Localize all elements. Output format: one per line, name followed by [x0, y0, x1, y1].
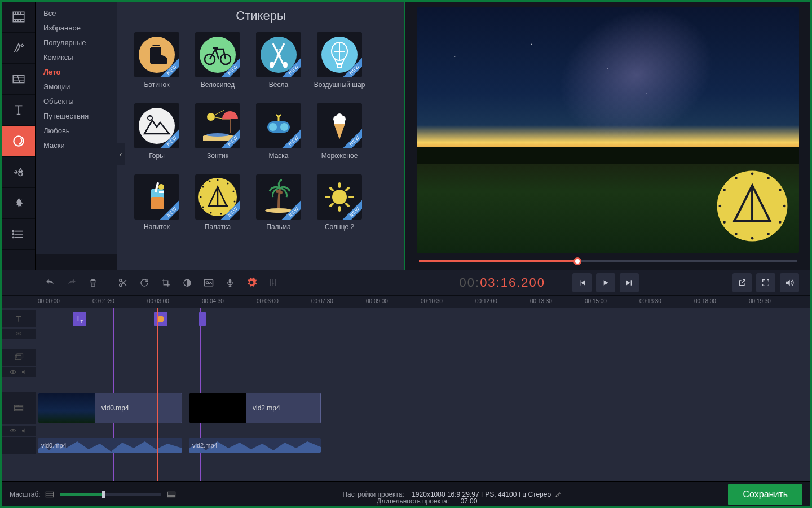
clip-properties-button[interactable] — [198, 273, 219, 293]
save-button[interactable]: Сохранить — [728, 484, 802, 505]
equalizer-button[interactable] — [263, 273, 283, 293]
visibility-icon[interactable] — [10, 427, 16, 434]
svg-point-68 — [723, 189, 726, 191]
audio-clip-0[interactable]: vid0.mp4 — [38, 438, 182, 453]
playhead[interactable] — [157, 308, 158, 481]
undo-button[interactable] — [40, 273, 60, 293]
rotate-button[interactable] — [134, 273, 155, 293]
svg-point-3 — [19, 172, 23, 176]
stickers-tool[interactable] — [2, 126, 35, 157]
category-item[interactable]: Объекты — [36, 94, 117, 109]
timeline[interactable]: TT vid0.mp4 vid2.mp4 vid0.mp4 vid2.mp4 — [2, 308, 810, 481]
svg-point-77 — [16, 332, 21, 335]
svg-point-50 — [209, 181, 211, 182]
category-item[interactable]: Комиксы — [36, 50, 117, 65]
zoom-label: Масштаб: — [10, 491, 41, 498]
svg-point-41 — [227, 183, 229, 185]
sticker-item[interactable]: NEWМороженое — [311, 103, 368, 160]
sticker-item[interactable]: NEWБотинок — [129, 32, 185, 89]
panel-title: Стикеры — [117, 2, 404, 27]
sticker-item[interactable]: NEWНапиток — [129, 174, 185, 231]
sticker-item[interactable]: NEWПальма — [250, 174, 307, 231]
svg-text:17: 17 — [276, 54, 281, 59]
more-tool[interactable] — [2, 219, 35, 250]
svg-point-82 — [12, 371, 14, 373]
category-item[interactable]: Популярные — [36, 36, 117, 50]
svg-point-46 — [210, 212, 212, 214]
category-search[interactable]: ✕ — [36, 254, 117, 270]
timeline-ruler[interactable]: 00:00:0000:01:3000:03:0000:04:3000:06:00… — [2, 296, 810, 308]
category-item[interactable]: Эмоции — [36, 80, 117, 94]
sticker-item[interactable]: NEWСолнце 2 — [311, 174, 368, 231]
sticker-item[interactable]: NEWВелосипед — [189, 32, 246, 89]
prev-frame-button[interactable] — [572, 273, 592, 292]
sticker-item[interactable]: NEWВоздушный шар — [311, 32, 368, 89]
sticker-item[interactable]: NEWЗонтик — [189, 103, 246, 160]
svg-point-81 — [11, 371, 16, 374]
title-clip[interactable]: TT — [73, 312, 86, 326]
video-clip-2[interactable]: vid2.mp4 — [189, 393, 321, 423]
svg-point-32 — [336, 113, 343, 120]
svg-point-6 — [12, 237, 14, 238]
next-frame-button[interactable] — [620, 273, 639, 292]
titles-tool[interactable] — [2, 95, 35, 126]
category-item[interactable]: Все — [36, 6, 117, 21]
title-clip[interactable] — [199, 312, 206, 326]
search-input[interactable] — [40, 258, 125, 266]
edit-icon[interactable] — [555, 491, 562, 498]
crop-button[interactable] — [156, 273, 176, 293]
animation-tool[interactable] — [2, 188, 35, 219]
svg-point-53 — [279, 191, 283, 194]
delete-button[interactable] — [83, 273, 103, 293]
svg-point-45 — [220, 213, 222, 215]
popout-button[interactable] — [732, 273, 752, 292]
callouts-tool[interactable] — [2, 157, 35, 188]
mute-icon[interactable] — [21, 427, 28, 434]
zoom-in-icon[interactable] — [167, 491, 176, 498]
svg-point-67 — [718, 205, 721, 208]
sticker-item[interactable]: NEWГоры — [129, 103, 185, 160]
category-item[interactable]: Любовь — [36, 124, 117, 138]
record-audio-button[interactable] — [220, 273, 240, 293]
preview-canvas[interactable] — [417, 7, 799, 253]
svg-point-43 — [234, 201, 236, 203]
transitions-tool[interactable] — [2, 64, 35, 95]
redo-button[interactable] — [61, 273, 82, 293]
split-button[interactable] — [113, 273, 133, 293]
project-duration-label: Длительность проекта: — [377, 497, 449, 505]
title-track-header[interactable] — [2, 310, 36, 327]
zoom-out-icon[interactable] — [45, 491, 54, 498]
category-item[interactable]: Маски — [36, 138, 117, 153]
svg-rect-83 — [15, 405, 23, 411]
category-item[interactable]: Избранное — [36, 21, 117, 36]
preview-panel — [404, 2, 810, 270]
volume-button[interactable] — [780, 273, 799, 292]
sticker-item[interactable]: 2017NEWВёсла — [250, 32, 307, 89]
sticker-clip[interactable] — [154, 312, 167, 326]
visibility-icon[interactable] — [10, 369, 16, 375]
video-clip-0[interactable]: vid0.mp4 — [38, 393, 182, 423]
sticker-item[interactable]: NEWПалатка — [189, 174, 246, 231]
category-item[interactable]: Путешествия — [36, 109, 117, 124]
audio-clip-2[interactable]: vid2.mp4 — [189, 438, 321, 453]
left-toolbar — [2, 2, 36, 270]
category-column: ВсеИзбранноеПопулярныеКомиксыЛетоЭмоцииО… — [36, 2, 117, 270]
fullscreen-button[interactable] — [756, 273, 775, 292]
filters-tool[interactable] — [2, 33, 35, 64]
settings-button[interactable] — [241, 273, 262, 293]
collapse-panel-button[interactable]: ‹ — [117, 143, 125, 165]
svg-text:20: 20 — [276, 48, 281, 54]
color-adjust-button[interactable] — [177, 273, 197, 293]
overlay-track-header[interactable] — [2, 349, 36, 366]
sticker-item[interactable]: NEWМаска — [250, 103, 307, 160]
video-track-header[interactable] — [2, 392, 36, 424]
svg-point-60 — [779, 189, 782, 191]
visibility-icon[interactable] — [15, 330, 22, 337]
preview-scrubber[interactable] — [417, 253, 799, 270]
play-button[interactable] — [596, 273, 615, 292]
mute-icon[interactable] — [21, 369, 28, 375]
category-item[interactable]: Лето — [36, 65, 117, 80]
svg-point-42 — [233, 191, 235, 192]
zoom-slider[interactable] — [60, 493, 161, 496]
media-tool[interactable] — [2, 2, 35, 33]
